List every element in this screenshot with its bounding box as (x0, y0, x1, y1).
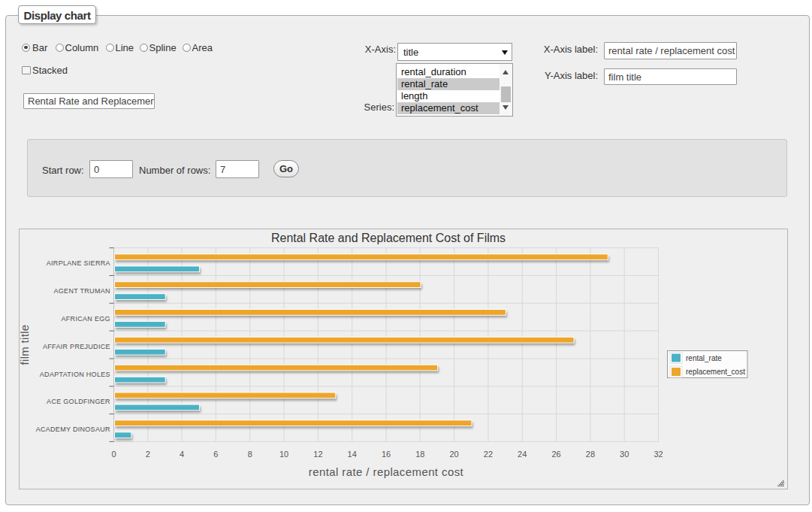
svg-text:32: 32 (654, 450, 663, 459)
svg-text:Rental Rate and Replacement Co: Rental Rate and Replacement Cost of Film… (271, 232, 506, 244)
svg-text:replacement_cost: replacement_cost (686, 368, 745, 376)
svg-text:22: 22 (484, 450, 493, 459)
svg-text:10: 10 (279, 450, 288, 459)
svg-text:AGENT TRUMAN: AGENT TRUMAN (54, 287, 110, 295)
svg-text:AFFAIR PREJUDICE: AFFAIR PREJUDICE (43, 343, 110, 350)
svg-text:6: 6 (213, 450, 218, 459)
svg-text:24: 24 (518, 450, 527, 459)
svg-text:rental_rate: rental_rate (686, 354, 722, 362)
svg-text:AFRICAN EGG: AFRICAN EGG (61, 315, 110, 323)
svg-text:AIRPLANE SIERRA: AIRPLANE SIERRA (47, 259, 110, 267)
svg-text:rental rate / replacement cost: rental rate / replacement cost (309, 465, 464, 478)
svg-text:0: 0 (111, 450, 116, 459)
svg-text:8: 8 (248, 450, 252, 459)
svg-text:ACADEMY DINOSAUR: ACADEMY DINOSAUR (36, 426, 110, 433)
svg-text:26: 26 (551, 450, 560, 459)
svg-text:4: 4 (180, 450, 184, 459)
svg-text:16: 16 (382, 450, 391, 459)
svg-text:14: 14 (348, 450, 357, 459)
svg-text:12: 12 (313, 450, 322, 459)
svg-text:20: 20 (449, 450, 458, 459)
svg-text:ACE GOLDFINGER: ACE GOLDFINGER (47, 398, 110, 405)
svg-text:30: 30 (620, 450, 629, 459)
svg-text:ADAPTATION HOLES: ADAPTATION HOLES (40, 371, 110, 378)
svg-text:2: 2 (146, 450, 150, 459)
svg-text:28: 28 (586, 450, 595, 459)
svg-text:film title: film title (20, 325, 31, 365)
svg-text:18: 18 (415, 450, 424, 459)
